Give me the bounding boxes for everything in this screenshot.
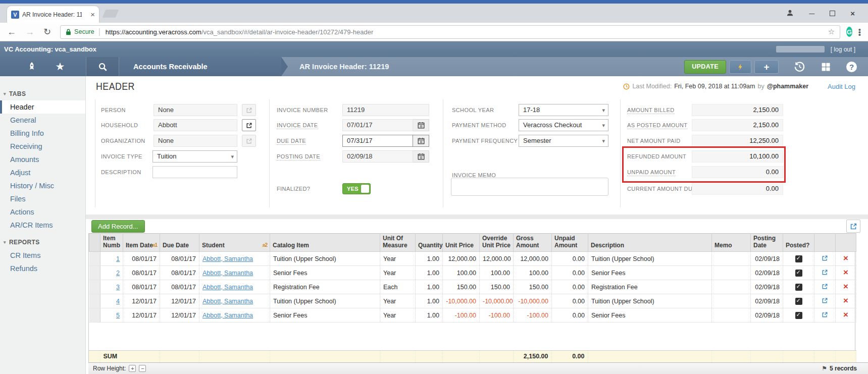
bookmark-star-icon[interactable]: ☆ <box>828 27 835 36</box>
col-header-catalog-item[interactable]: Catalog Item <box>270 234 380 252</box>
row-height-decrease-button[interactable]: − <box>139 365 146 372</box>
sidebar-item-refunds[interactable]: Refunds <box>0 262 85 275</box>
sidebar-item-general[interactable]: General <box>0 114 85 127</box>
sidebar-item-history-misc[interactable]: History / Misc <box>0 179 85 192</box>
audit-log-link[interactable]: Audit Log <box>828 83 855 90</box>
col-header-posted[interactable]: Posted? <box>783 234 814 252</box>
invoice-memo-textarea[interactable] <box>451 178 608 196</box>
rocket-icon[interactable] <box>25 62 38 72</box>
browser-tab[interactable]: V AR Invoice Header: 11219 × <box>7 6 99 23</box>
item-number-link[interactable]: 3 <box>116 284 120 291</box>
col-header-due-date[interactable]: Due Date <box>160 234 199 252</box>
breadcrumb-module[interactable]: Accounts Receivable <box>133 62 208 71</box>
apps-grid-icon[interactable] <box>821 62 831 72</box>
posting-date-calendar-button[interactable] <box>413 150 429 163</box>
sidebar-item-files[interactable]: Files <box>0 192 85 205</box>
sidebar-section-reports[interactable]: ▾REPORTS <box>0 236 85 249</box>
item-number-link[interactable]: 5 <box>116 312 120 319</box>
student-link[interactable]: Abbott, Samantha <box>202 298 253 305</box>
extension-icon[interactable]: G <box>846 27 852 37</box>
col-header-unit-price[interactable]: Unit Price <box>443 234 480 252</box>
row-delete-icon[interactable]: × <box>843 268 848 277</box>
search-button[interactable] <box>86 57 119 76</box>
col-header-description[interactable]: Description <box>588 234 712 252</box>
reload-icon[interactable]: ↻ <box>43 26 51 37</box>
person-field[interactable]: None <box>154 104 237 116</box>
address-bar[interactable]: Secure | https://accounting.veracross.co… <box>60 25 840 39</box>
student-link[interactable]: Abbott, Samantha <box>202 255 253 262</box>
new-tab-button[interactable] <box>103 10 119 18</box>
update-button[interactable]: UPDATE <box>684 60 726 74</box>
description-input[interactable] <box>152 166 237 178</box>
item-number-link[interactable]: 2 <box>116 270 120 277</box>
col-header-quantity[interactable]: Quantity <box>416 234 443 252</box>
profile-icon[interactable] <box>786 9 794 18</box>
col-header-student[interactable]: Student«2 <box>199 234 270 252</box>
posted-checkbox[interactable]: ✓ <box>795 312 802 319</box>
organization-field[interactable]: None <box>154 135 237 147</box>
sidebar-item-amounts[interactable]: Amounts <box>0 153 85 166</box>
student-link[interactable]: Abbott, Samantha <box>202 312 253 319</box>
back-icon[interactable]: ← <box>7 27 16 37</box>
posted-checkbox[interactable]: ✓ <box>795 284 802 291</box>
row-open-icon[interactable] <box>822 311 828 319</box>
row-delete-icon[interactable]: × <box>843 310 848 319</box>
household-field[interactable]: Abbott <box>154 119 237 131</box>
window-close-icon[interactable]: × <box>850 10 855 17</box>
sidebar-item-actions[interactable]: Actions <box>0 205 85 219</box>
minimize-icon[interactable]: ─ <box>809 10 815 17</box>
posted-checkbox[interactable]: ✓ <box>795 255 802 262</box>
invoice-date-calendar-button[interactable] <box>413 119 429 131</box>
household-open-button[interactable] <box>242 119 256 131</box>
col-header-override-unit-price[interactable]: Override Unit Price <box>480 234 514 252</box>
row-delete-icon[interactable]: × <box>843 253 848 263</box>
sidebar-item-adjust[interactable]: Adjust <box>0 166 85 179</box>
col-header-unpaid-amount[interactable]: Unpaid Amount <box>552 234 588 252</box>
help-icon[interactable]: ? <box>846 62 857 72</box>
col-header-item-numb[interactable]: Item Numb <box>100 234 123 252</box>
row-open-icon[interactable] <box>822 297 828 305</box>
item-number-link[interactable]: 4 <box>116 298 120 305</box>
invoice-date-field[interactable]: 07/01/17 <box>342 119 413 131</box>
school-year-select[interactable]: 17-18 ▾ <box>519 104 608 116</box>
row-open-icon[interactable] <box>822 283 828 291</box>
student-link[interactable]: Abbott, Samantha <box>202 284 253 291</box>
tab-close-icon[interactable]: × <box>90 11 95 18</box>
posting-date-field[interactable]: 02/09/18 <box>342 150 413 163</box>
col-header-memo[interactable]: Memo <box>712 234 751 252</box>
item-number-link[interactable]: 1 <box>116 255 120 262</box>
quick-action-button[interactable] <box>729 60 751 74</box>
forward-icon[interactable]: → <box>25 27 34 37</box>
sidebar-item-cr-items[interactable]: CR Items <box>0 249 85 262</box>
sidebar-item-receiving[interactable]: Receiving <box>0 140 85 153</box>
row-delete-icon[interactable]: × <box>843 282 848 291</box>
add-button[interactable]: + <box>754 60 779 74</box>
row-open-icon[interactable] <box>822 255 828 263</box>
col-header-posting-date[interactable]: Posting Date <box>751 234 783 252</box>
posted-checkbox[interactable]: ✓ <box>795 298 802 305</box>
posted-checkbox[interactable]: ✓ <box>795 270 802 277</box>
sidebar-item-billing-info[interactable]: Billing Info <box>0 127 85 140</box>
maximize-icon[interactable] <box>830 11 835 16</box>
student-link[interactable]: Abbott, Samantha <box>202 270 253 277</box>
sidebar-section-tabs[interactable]: ▾TABS <box>0 87 85 100</box>
add-record-button[interactable]: Add Record... <box>91 220 145 233</box>
sidebar-item-header[interactable]: Header <box>0 100 85 114</box>
due-date-input[interactable]: 07/31/17 <box>342 135 413 147</box>
payment-method-select[interactable]: Veracross Checkout ▾ <box>519 119 608 131</box>
invoice-type-select[interactable]: Tuition ▾ <box>152 150 237 163</box>
due-date-calendar-button[interactable] <box>413 135 429 147</box>
favorites-star-icon[interactable]: ★ <box>54 62 67 72</box>
payment-frequency-select[interactable]: Semester ▾ <box>519 135 608 147</box>
row-open-icon[interactable] <box>822 269 828 277</box>
finalized-toggle[interactable]: YES <box>342 183 371 194</box>
row-height-increase-button[interactable]: + <box>129 365 136 372</box>
history-icon[interactable] <box>794 61 805 73</box>
col-header-item-date[interactable]: Item Date«1 <box>123 234 160 252</box>
open-grid-button[interactable] <box>846 220 860 233</box>
row-delete-icon[interactable]: × <box>843 296 848 305</box>
col-header-unit-of-measure[interactable]: Unit Of Measure <box>380 234 416 252</box>
sidebar-item-ar-cr-items[interactable]: AR/CR Items <box>0 219 85 232</box>
browser-menu-icon[interactable]: ••• <box>858 28 861 36</box>
logout-link[interactable]: [ log out ] <box>831 46 855 53</box>
